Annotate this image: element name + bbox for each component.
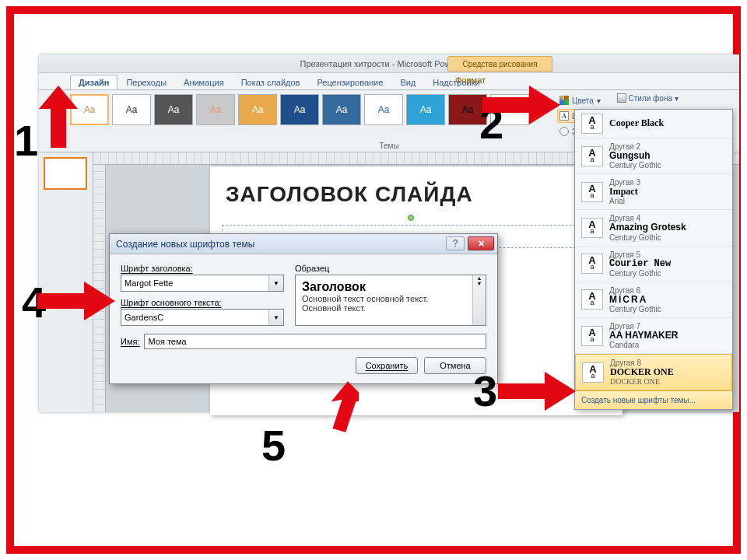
name-label: Имя: xyxy=(121,337,139,346)
ribbon-tabs: Средства рисования Дизайн Переходы Анима… xyxy=(39,73,739,90)
tab-transitions[interactable]: Переходы xyxy=(117,75,175,89)
slide-thumbnail[interactable] xyxy=(44,157,87,190)
tab-animations[interactable]: Анимация xyxy=(175,75,233,89)
heading-font-select[interactable]: Margot Fette xyxy=(121,275,284,292)
theme-name-input[interactable] xyxy=(144,334,486,349)
body-font-label: Шрифт основного текста: xyxy=(121,298,284,307)
background-styles-button[interactable]: Стили фона ▾ xyxy=(617,93,679,103)
annotation-arrow-1 xyxy=(39,86,78,148)
font-theme-item[interactable]: Aa Другая 5 Courier New Century Gothic xyxy=(575,247,732,282)
font-swatch: Aa xyxy=(581,289,603,310)
dialog-close-button[interactable]: ✕ xyxy=(468,236,494,250)
theme-thumb[interactable]: Aa xyxy=(196,94,235,125)
create-theme-fonts-dialog: Создание новых шрифтов темы ? ✕ Шрифт за… xyxy=(109,233,498,384)
heading-font-label: Шрифт заголовка: xyxy=(121,264,284,273)
contextual-tab-group: Средства рисования xyxy=(447,56,552,72)
dialog-title: Создание новых шрифтов темы xyxy=(116,239,254,250)
preview-body: Основной текст. xyxy=(302,303,479,313)
fonts-icon: A xyxy=(559,111,569,121)
theme-thumb[interactable]: Aa xyxy=(406,94,445,125)
font-theme-item[interactable]: Aa Другая 4 Amazing Grotesk Century Goth… xyxy=(575,210,732,246)
preview-label: Образец xyxy=(295,264,486,273)
effects-icon xyxy=(559,127,569,136)
background-icon xyxy=(617,93,626,103)
tab-review[interactable]: Рецензирование xyxy=(308,75,391,89)
tab-view[interactable]: Вид xyxy=(391,75,424,89)
titlebar: Презентация хитрости - Microsoft PowerPo… xyxy=(39,54,739,73)
rotate-handle[interactable] xyxy=(408,215,414,221)
colors-icon xyxy=(559,96,569,105)
theme-thumb[interactable]: Aa xyxy=(112,94,151,125)
theme-thumb[interactable]: Aa xyxy=(448,94,487,125)
font-swatch: Aa xyxy=(582,362,604,383)
tab-slideshow[interactable]: Показ слайдов xyxy=(233,75,309,89)
annotation-arrow-3 xyxy=(498,372,576,411)
slide-title-text[interactable]: ЗАГОЛОВОК СЛАЙДА xyxy=(226,182,473,207)
ribbon-group-label: Темы xyxy=(379,142,398,150)
save-button[interactable]: Сохранить xyxy=(356,357,418,374)
font-swatch: Aa xyxy=(581,114,603,134)
theme-thumb[interactable]: Aa xyxy=(364,94,403,125)
font-theme-item[interactable]: Aa Cooper Black xyxy=(575,110,732,138)
font-swatch: Aa xyxy=(581,218,603,238)
body-font-select[interactable]: GardensC xyxy=(121,309,284,326)
fonts-dropdown-panel: Aa Cooper Black Aa Другая 2 Gungsuh Cent… xyxy=(574,109,733,410)
font-theme-item[interactable]: Aa Другая 7 AA HAYMAKER Candara xyxy=(575,318,732,354)
dialog-titlebar[interactable]: Создание новых шрифтов темы ? ✕ xyxy=(110,234,497,254)
themes-gallery[interactable]: Aa Aa Aa Aa Aa Aa Aa Aa Aa Aa Aa xyxy=(70,94,529,125)
font-theme-item[interactable]: Aa Другая 3 Impact Arial xyxy=(575,174,732,210)
font-preview: Заголовок Основной текст основной текст.… xyxy=(295,275,486,326)
font-theme-item[interactable]: Aa Другая 2 Gungsuh Century Gothic xyxy=(575,138,732,174)
colors-button[interactable]: Цвета ▾ xyxy=(557,93,618,107)
font-swatch: Aa xyxy=(581,326,603,346)
font-swatch: Aa xyxy=(581,146,603,166)
theme-thumb[interactable]: Aa xyxy=(322,94,361,125)
preview-title: Заголовок xyxy=(302,280,479,294)
dialog-help-button[interactable]: ? xyxy=(446,236,465,250)
font-theme-item[interactable]: Aa Другая 8 DOCKER ONE DOCKER ONE xyxy=(575,354,732,390)
create-new-theme-fonts[interactable]: Создать новые шрифты темы... xyxy=(575,390,732,409)
theme-thumb[interactable]: Aa xyxy=(154,94,193,125)
cancel-button[interactable]: Отмена xyxy=(424,357,486,374)
theme-thumb[interactable]: Aa xyxy=(238,94,277,125)
font-theme-item[interactable]: Aa Другая 6 MICRA Century Gothic xyxy=(575,282,732,318)
annotation-arrow-2 xyxy=(482,86,560,124)
annotation-arrow-4 xyxy=(37,282,115,320)
preview-body: Основной текст основной текст. xyxy=(302,294,479,303)
font-swatch: Aa xyxy=(581,254,603,274)
annotation-arrow-5 xyxy=(315,381,359,432)
theme-thumb[interactable]: Aa xyxy=(280,94,319,125)
font-swatch: Aa xyxy=(581,182,603,202)
